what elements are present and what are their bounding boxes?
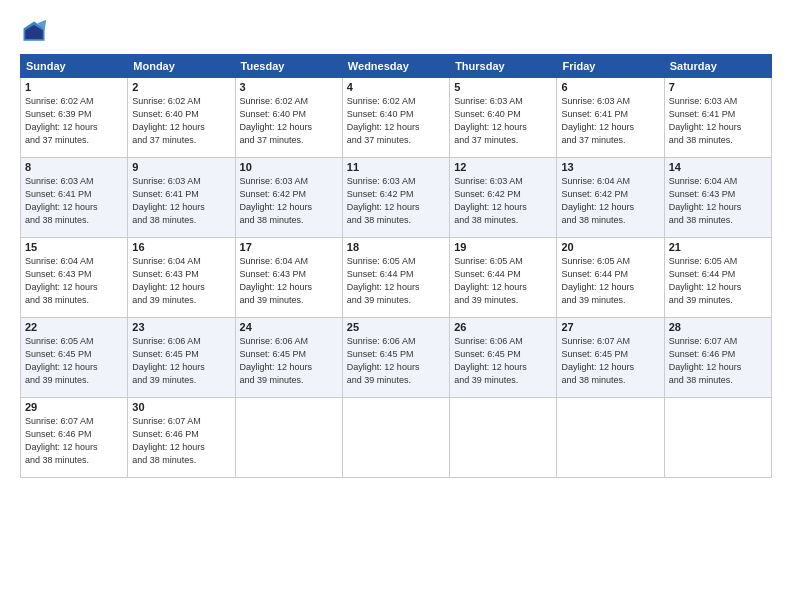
day-info: Sunrise: 6:03 AM Sunset: 6:40 PM Dayligh… <box>454 95 552 147</box>
day-number: 14 <box>669 161 767 173</box>
day-number: 28 <box>669 321 767 333</box>
day-number: 20 <box>561 241 659 253</box>
weekday-header-tuesday: Tuesday <box>235 55 342 78</box>
calendar: SundayMondayTuesdayWednesdayThursdayFrid… <box>20 54 772 478</box>
day-info: Sunrise: 6:06 AM Sunset: 6:45 PM Dayligh… <box>132 335 230 387</box>
weekday-row: SundayMondayTuesdayWednesdayThursdayFrid… <box>21 55 772 78</box>
day-info: Sunrise: 6:04 AM Sunset: 6:42 PM Dayligh… <box>561 175 659 227</box>
day-number: 22 <box>25 321 123 333</box>
weekday-header-saturday: Saturday <box>664 55 771 78</box>
day-info: Sunrise: 6:03 AM Sunset: 6:42 PM Dayligh… <box>347 175 445 227</box>
calendar-week-2: 8Sunrise: 6:03 AM Sunset: 6:41 PM Daylig… <box>21 158 772 238</box>
calendar-day: 11Sunrise: 6:03 AM Sunset: 6:42 PM Dayli… <box>342 158 449 238</box>
calendar-day: 29Sunrise: 6:07 AM Sunset: 6:46 PM Dayli… <box>21 398 128 478</box>
calendar-day: 24Sunrise: 6:06 AM Sunset: 6:45 PM Dayli… <box>235 318 342 398</box>
day-number: 21 <box>669 241 767 253</box>
calendar-day: 21Sunrise: 6:05 AM Sunset: 6:44 PM Dayli… <box>664 238 771 318</box>
day-info: Sunrise: 6:02 AM Sunset: 6:40 PM Dayligh… <box>240 95 338 147</box>
calendar-day: 27Sunrise: 6:07 AM Sunset: 6:45 PM Dayli… <box>557 318 664 398</box>
day-number: 9 <box>132 161 230 173</box>
calendar-week-1: 1Sunrise: 6:02 AM Sunset: 6:39 PM Daylig… <box>21 78 772 158</box>
day-info: Sunrise: 6:04 AM Sunset: 6:43 PM Dayligh… <box>669 175 767 227</box>
calendar-day: 30Sunrise: 6:07 AM Sunset: 6:46 PM Dayli… <box>128 398 235 478</box>
calendar-day: 7Sunrise: 6:03 AM Sunset: 6:41 PM Daylig… <box>664 78 771 158</box>
calendar-day: 9Sunrise: 6:03 AM Sunset: 6:41 PM Daylig… <box>128 158 235 238</box>
calendar-day: 28Sunrise: 6:07 AM Sunset: 6:46 PM Dayli… <box>664 318 771 398</box>
day-number: 13 <box>561 161 659 173</box>
calendar-day: 2Sunrise: 6:02 AM Sunset: 6:40 PM Daylig… <box>128 78 235 158</box>
day-info: Sunrise: 6:07 AM Sunset: 6:46 PM Dayligh… <box>25 415 123 467</box>
calendar-day: 23Sunrise: 6:06 AM Sunset: 6:45 PM Dayli… <box>128 318 235 398</box>
weekday-header-wednesday: Wednesday <box>342 55 449 78</box>
day-number: 26 <box>454 321 552 333</box>
calendar-day <box>342 398 449 478</box>
weekday-header-sunday: Sunday <box>21 55 128 78</box>
day-number: 8 <box>25 161 123 173</box>
calendar-day: 8Sunrise: 6:03 AM Sunset: 6:41 PM Daylig… <box>21 158 128 238</box>
day-info: Sunrise: 6:02 AM Sunset: 6:40 PM Dayligh… <box>132 95 230 147</box>
calendar-day <box>557 398 664 478</box>
day-number: 29 <box>25 401 123 413</box>
day-number: 15 <box>25 241 123 253</box>
day-info: Sunrise: 6:02 AM Sunset: 6:39 PM Dayligh… <box>25 95 123 147</box>
day-info: Sunrise: 6:07 AM Sunset: 6:46 PM Dayligh… <box>669 335 767 387</box>
calendar-day: 10Sunrise: 6:03 AM Sunset: 6:42 PM Dayli… <box>235 158 342 238</box>
calendar-day <box>664 398 771 478</box>
day-info: Sunrise: 6:03 AM Sunset: 6:41 PM Dayligh… <box>669 95 767 147</box>
calendar-day: 26Sunrise: 6:06 AM Sunset: 6:45 PM Dayli… <box>450 318 557 398</box>
day-info: Sunrise: 6:06 AM Sunset: 6:45 PM Dayligh… <box>240 335 338 387</box>
calendar-day: 17Sunrise: 6:04 AM Sunset: 6:43 PM Dayli… <box>235 238 342 318</box>
day-number: 25 <box>347 321 445 333</box>
calendar-day <box>235 398 342 478</box>
calendar-day: 16Sunrise: 6:04 AM Sunset: 6:43 PM Dayli… <box>128 238 235 318</box>
calendar-header: SundayMondayTuesdayWednesdayThursdayFrid… <box>21 55 772 78</box>
day-number: 23 <box>132 321 230 333</box>
day-info: Sunrise: 6:03 AM Sunset: 6:42 PM Dayligh… <box>240 175 338 227</box>
day-info: Sunrise: 6:03 AM Sunset: 6:41 PM Dayligh… <box>25 175 123 227</box>
header <box>20 18 772 46</box>
weekday-header-monday: Monday <box>128 55 235 78</box>
calendar-day: 5Sunrise: 6:03 AM Sunset: 6:40 PM Daylig… <box>450 78 557 158</box>
calendar-week-3: 15Sunrise: 6:04 AM Sunset: 6:43 PM Dayli… <box>21 238 772 318</box>
day-number: 19 <box>454 241 552 253</box>
calendar-day <box>450 398 557 478</box>
calendar-day: 13Sunrise: 6:04 AM Sunset: 6:42 PM Dayli… <box>557 158 664 238</box>
day-number: 24 <box>240 321 338 333</box>
day-number: 4 <box>347 81 445 93</box>
day-number: 6 <box>561 81 659 93</box>
calendar-week-4: 22Sunrise: 6:05 AM Sunset: 6:45 PM Dayli… <box>21 318 772 398</box>
day-number: 17 <box>240 241 338 253</box>
day-number: 18 <box>347 241 445 253</box>
day-number: 11 <box>347 161 445 173</box>
day-info: Sunrise: 6:05 AM Sunset: 6:44 PM Dayligh… <box>669 255 767 307</box>
day-info: Sunrise: 6:07 AM Sunset: 6:46 PM Dayligh… <box>132 415 230 467</box>
logo <box>20 18 52 46</box>
day-number: 5 <box>454 81 552 93</box>
day-number: 7 <box>669 81 767 93</box>
day-info: Sunrise: 6:02 AM Sunset: 6:40 PM Dayligh… <box>347 95 445 147</box>
day-number: 10 <box>240 161 338 173</box>
day-number: 27 <box>561 321 659 333</box>
day-info: Sunrise: 6:05 AM Sunset: 6:44 PM Dayligh… <box>561 255 659 307</box>
day-info: Sunrise: 6:03 AM Sunset: 6:42 PM Dayligh… <box>454 175 552 227</box>
page: SundayMondayTuesdayWednesdayThursdayFrid… <box>0 0 792 612</box>
day-info: Sunrise: 6:03 AM Sunset: 6:41 PM Dayligh… <box>132 175 230 227</box>
calendar-day: 3Sunrise: 6:02 AM Sunset: 6:40 PM Daylig… <box>235 78 342 158</box>
weekday-header-friday: Friday <box>557 55 664 78</box>
day-number: 16 <box>132 241 230 253</box>
day-info: Sunrise: 6:03 AM Sunset: 6:41 PM Dayligh… <box>561 95 659 147</box>
calendar-day: 4Sunrise: 6:02 AM Sunset: 6:40 PM Daylig… <box>342 78 449 158</box>
calendar-day: 14Sunrise: 6:04 AM Sunset: 6:43 PM Dayli… <box>664 158 771 238</box>
calendar-day: 1Sunrise: 6:02 AM Sunset: 6:39 PM Daylig… <box>21 78 128 158</box>
calendar-week-5: 29Sunrise: 6:07 AM Sunset: 6:46 PM Dayli… <box>21 398 772 478</box>
calendar-body: 1Sunrise: 6:02 AM Sunset: 6:39 PM Daylig… <box>21 78 772 478</box>
day-info: Sunrise: 6:05 AM Sunset: 6:44 PM Dayligh… <box>454 255 552 307</box>
day-info: Sunrise: 6:07 AM Sunset: 6:45 PM Dayligh… <box>561 335 659 387</box>
day-info: Sunrise: 6:04 AM Sunset: 6:43 PM Dayligh… <box>240 255 338 307</box>
calendar-day: 15Sunrise: 6:04 AM Sunset: 6:43 PM Dayli… <box>21 238 128 318</box>
day-number: 1 <box>25 81 123 93</box>
day-info: Sunrise: 6:04 AM Sunset: 6:43 PM Dayligh… <box>132 255 230 307</box>
day-number: 12 <box>454 161 552 173</box>
weekday-header-thursday: Thursday <box>450 55 557 78</box>
calendar-day: 22Sunrise: 6:05 AM Sunset: 6:45 PM Dayli… <box>21 318 128 398</box>
